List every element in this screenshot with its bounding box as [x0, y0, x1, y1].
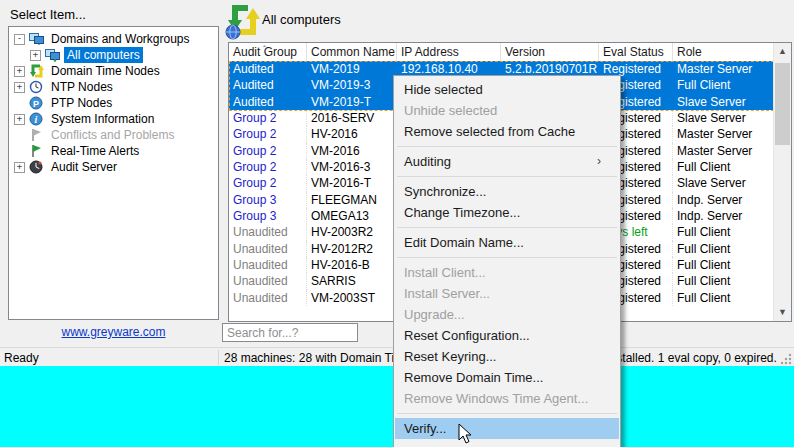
menu-item-hide-selected[interactable]: Hide selected — [395, 79, 619, 100]
menu-item-label: Unhide selected — [404, 103, 497, 118]
cell-common-name: FLEEGMAN — [307, 192, 397, 208]
info-icon: i — [29, 112, 44, 126]
tree-item-ntp-nodes[interactable]: +NTP Nodes — [9, 79, 218, 95]
svg-text:i: i — [35, 114, 38, 125]
cell-role: Full Client — [673, 290, 774, 306]
cell-role: Master Server — [673, 61, 774, 77]
tree-item-audit-server[interactable]: +Audit Server — [9, 159, 218, 175]
select-item-label: Select Item... — [10, 7, 86, 22]
cell-common-name: SARRIS — [307, 273, 397, 289]
tree-item-real-time-alerts[interactable]: Real-Time Alerts — [9, 143, 218, 159]
menu-item-label: Synchronize... — [404, 184, 486, 199]
menu-item-label: Remove Windows Time Agent... — [404, 391, 588, 406]
cell-role: Master Server — [673, 143, 774, 159]
menu-item-label: Upgrade... — [404, 307, 465, 322]
cell-common-name: VM-2003ST — [307, 290, 397, 306]
cell-common-name: VM-2019-T — [307, 94, 397, 110]
menu-item-label: Change Timezone... — [404, 205, 520, 220]
cell-role: Indp. Server — [673, 208, 774, 224]
menu-item-unhide-selected: Unhide selected — [395, 100, 619, 121]
tree-item-label: System Information — [48, 111, 157, 127]
menu-item-remove-selected-from-cache[interactable]: Remove selected from Cache — [395, 121, 619, 142]
menu-item-label: Reset Configuration... — [404, 328, 530, 343]
cell-audit-group: Group 2 — [229, 175, 307, 191]
cell-common-name: 2016-SERV — [307, 110, 397, 126]
tree-item-system-information[interactable]: +iSystem Information — [9, 111, 218, 127]
menu-separator — [395, 409, 619, 418]
tree-item-ptp-nodes[interactable]: PPTP Nodes — [9, 95, 218, 111]
menu-item-label: Remove Domain Time... — [404, 370, 543, 385]
menu-item-label: Verify... — [404, 421, 446, 436]
cell-role: Full Client — [673, 257, 774, 273]
collapse-toggle-icon[interactable]: - — [14, 34, 25, 45]
menu-item-upgrade: Upgrade... — [395, 304, 619, 325]
cell-audit-group: Group 2 — [229, 159, 307, 175]
menu-item-label: Hide selected — [404, 82, 483, 97]
scroll-down-icon[interactable]: ▼ — [774, 304, 791, 321]
vertical-scrollbar[interactable]: ▲ ▼ — [773, 43, 791, 321]
table-header: Audit Groupˆ Common Name IP Address Vers… — [229, 43, 774, 62]
menu-item-remove-domain-time[interactable]: Remove Domain Time... — [395, 367, 619, 388]
page-title: All computers — [262, 12, 341, 27]
menu-separator — [395, 223, 619, 232]
menu-item-label: Install Client... — [404, 265, 486, 280]
tree-item-domain-time-nodes[interactable]: +Domain Time Nodes — [9, 63, 218, 79]
menu-item-synchronize[interactable]: Synchronize... — [395, 181, 619, 202]
column-header-common-name[interactable]: Common Name — [307, 43, 397, 61]
submenu-arrow-icon: › — [597, 151, 601, 172]
column-header-version[interactable]: Version — [501, 43, 599, 61]
cell-audit-group: Audited — [229, 61, 307, 77]
menu-separator — [395, 172, 619, 181]
scrollbar-thumb[interactable] — [775, 63, 790, 145]
cell-common-name: VM-2016 — [307, 143, 397, 159]
cell-role: Slave Server — [673, 94, 774, 110]
cell-audit-group: Group 3 — [229, 192, 307, 208]
cell-audit-group: Audited — [229, 94, 307, 110]
column-header-eval-status[interactable]: Eval Status — [599, 43, 673, 61]
resize-grip[interactable] — [780, 353, 792, 365]
tree-item-all-computers[interactable]: +All computers — [9, 47, 218, 63]
cell-audit-group: Unaudited — [229, 290, 307, 306]
status-divider — [218, 350, 219, 365]
tree-item-label: NTP Nodes — [48, 79, 116, 95]
menu-item-auditing[interactable]: Auditing› — [395, 151, 619, 172]
cell-role: Full Client — [673, 159, 774, 175]
cell-audit-group: Group 2 — [229, 126, 307, 142]
cell-role: Full Client — [673, 224, 774, 240]
menu-item-edit-domain-name[interactable]: Edit Domain Name... — [395, 232, 619, 253]
menu-item-label: Install Server... — [404, 286, 490, 301]
column-header-role[interactable]: Role — [673, 43, 774, 61]
menu-item-reset-keyring[interactable]: Reset Keyring... — [395, 346, 619, 367]
tree: -Domains and Workgroups+All computers+Do… — [9, 31, 218, 175]
cell-common-name: VM-2016-3 — [307, 159, 397, 175]
cell-common-name: HV-2003R2 — [307, 224, 397, 240]
expand-toggle-icon[interactable]: + — [30, 50, 41, 61]
search-input[interactable] — [222, 323, 358, 342]
cell-common-name: VM-2016-T — [307, 175, 397, 191]
column-header-audit-group[interactable]: Audit Groupˆ — [229, 43, 307, 61]
ptp-icon: P — [29, 96, 44, 110]
expand-toggle-icon[interactable]: + — [14, 66, 25, 77]
menu-item-reset-configuration[interactable]: Reset Configuration... — [395, 325, 619, 346]
expand-toggle-icon[interactable]: + — [14, 114, 25, 125]
status-ready: Ready — [4, 351, 39, 365]
menu-item-verify[interactable]: Verify... — [395, 418, 619, 439]
cell-common-name: VM-2019-3 — [307, 77, 397, 93]
tree-item-conflicts-and-problems[interactable]: Conflicts and Problems — [9, 127, 218, 143]
expand-toggle-icon[interactable]: + — [14, 82, 25, 93]
column-header-ip-address[interactable]: IP Address — [397, 43, 501, 61]
cell-common-name: VM-2019 — [307, 61, 397, 77]
clock-icon — [29, 80, 44, 94]
audit-server-icon — [29, 160, 44, 174]
tree-item-label: All computers — [64, 47, 143, 63]
cell-role: Full Client — [673, 77, 774, 93]
cell-audit-group: Group 3 — [229, 208, 307, 224]
cell-common-name: OMEGA13 — [307, 208, 397, 224]
menu-item-change-timezone[interactable]: Change Timezone... — [395, 202, 619, 223]
greyware-link[interactable]: www.greyware.com — [8, 325, 219, 339]
tree-item-domains-and-workgroups[interactable]: -Domains and Workgroups — [9, 31, 218, 47]
cell-role: Slave Server — [673, 110, 774, 126]
expand-toggle-icon[interactable]: + — [14, 162, 25, 173]
scroll-up-icon[interactable]: ▲ — [774, 43, 791, 60]
menu-item-remove-windows-time-agent: Remove Windows Time Agent... — [395, 388, 619, 409]
